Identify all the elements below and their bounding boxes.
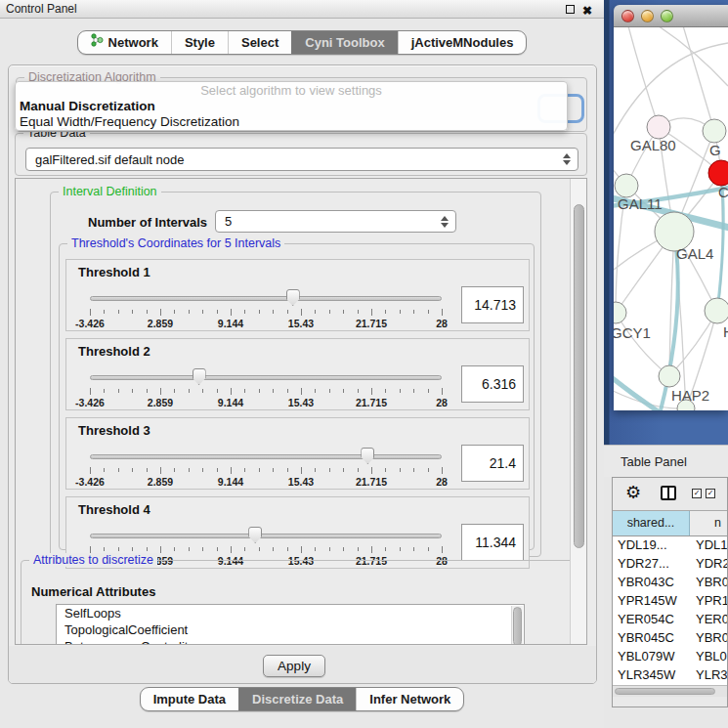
network-node-gal11[interactable] — [615, 174, 638, 197]
panel-scrollbar-track[interactable] — [570, 179, 587, 645]
slider-tick — [413, 310, 414, 314]
columns-icon[interactable] — [661, 486, 676, 500]
table-row[interactable]: YBR045CYBR0 — [613, 629, 728, 648]
table-hscrollbar[interactable] — [613, 685, 728, 697]
slider-thumb[interactable] — [248, 527, 262, 543]
slider-tick — [287, 468, 288, 472]
cell-shared-name[interactable]: YER054C — [613, 611, 690, 629]
table-data-combobox[interactable]: galFiltered.sif default node — [25, 148, 578, 171]
cell-shared-name[interactable]: YBR045C — [613, 629, 690, 648]
threshold-value-field[interactable]: 21.4 — [461, 445, 524, 482]
cell-name[interactable]: YDL1 — [690, 536, 728, 555]
network-edge[interactable] — [627, 27, 659, 127]
attribute-list-item[interactable]: BetweennessCentrality — [57, 638, 524, 645]
cell-name[interactable]: YDR2 — [690, 555, 728, 574]
table-row[interactable]: YLR345WYLR3 — [613, 666, 728, 685]
cell-name[interactable]: YPR1 — [690, 592, 728, 611]
dropdown-option-manual-discretization[interactable]: Manual Discretization — [20, 99, 563, 114]
tab-jactivemnodules[interactable]: jActiveMNodules — [398, 31, 527, 54]
network-canvas[interactable]: GAL80GCGAL11GAL4HGCY1HAP2 — [614, 27, 728, 410]
tab-group: Network Style Select Cyni Toolbox jActiv… — [77, 30, 528, 55]
cell-name[interactable]: YER0 — [690, 611, 728, 629]
threshold-value-field[interactable]: 11.344 — [461, 524, 524, 561]
slider-tick — [147, 389, 148, 393]
table-row[interactable]: YBL079WYBL0 — [613, 648, 728, 666]
slider-scale-label: 15.43 — [272, 476, 330, 488]
cell-name[interactable]: YBR0 — [690, 574, 728, 592]
close-icon[interactable]: ✖ — [582, 2, 592, 20]
column-header-name[interactable]: n — [690, 511, 728, 535]
cell-shared-name[interactable]: YBL079W — [613, 648, 690, 666]
table-row[interactable]: YPR145WYPR1 — [613, 592, 728, 611]
slider-tick — [301, 388, 302, 395]
cell-shared-name[interactable]: YDR27... — [613, 555, 690, 574]
network-node-h[interactable] — [705, 298, 728, 323]
tab-impute-data[interactable]: Impute Data — [141, 688, 238, 710]
minimize-traffic-light-icon[interactable] — [641, 10, 654, 22]
network-node-c[interactable] — [708, 160, 728, 186]
checkbox-icon[interactable]: ✓ — [706, 489, 715, 498]
network-edge-highlighted[interactable] — [614, 375, 657, 410]
cell-name[interactable]: YLR3 — [690, 666, 728, 685]
table-row[interactable]: YER054CYER0 — [613, 611, 728, 629]
numerical-attributes-list[interactable]: SelfLoopsTopologicalCoefficientBetweenne… — [56, 604, 525, 645]
zoom-traffic-light-icon[interactable] — [661, 10, 673, 22]
network-edge[interactable] — [682, 27, 714, 131]
table-panel-header: Table Panel — [604, 445, 728, 477]
network-node-gal80[interactable] — [647, 115, 670, 139]
apply-button[interactable]: Apply — [263, 655, 325, 677]
slider-tick — [259, 389, 260, 393]
threshold-panel: Threshold 1-3.4262.8599.14415.4321.71528… — [65, 259, 530, 331]
slider-tick — [442, 467, 443, 474]
threshold-value-field[interactable]: 14.713 — [461, 286, 524, 323]
slider-track[interactable] — [90, 375, 442, 380]
cell-shared-name[interactable]: YLR345W — [613, 666, 690, 685]
slider-track[interactable] — [90, 454, 442, 459]
attribute-list-item[interactable]: SelfLoops — [57, 605, 524, 621]
table-row[interactable]: YDR27...YDR2 — [613, 555, 728, 574]
float-window-icon[interactable] — [566, 5, 575, 14]
cell-shared-name[interactable]: YDL19... — [613, 536, 690, 555]
tab-style[interactable]: Style — [171, 31, 228, 54]
table-row[interactable]: YDL19...YDL1 — [613, 536, 728, 555]
network-graph: GAL80GCGAL11GAL4HGCY1HAP2 — [614, 27, 728, 410]
tab-select[interactable]: Select — [228, 31, 291, 54]
slider-track[interactable] — [90, 296, 442, 301]
slider-scale-label: 2.859 — [131, 397, 190, 408]
cell-shared-name[interactable]: YBR043C — [613, 574, 690, 592]
list-scrollbar[interactable] — [511, 606, 523, 645]
gear-icon[interactable]: ⚙ — [625, 482, 641, 503]
control-panel-titlebar: Control Panel ✖ — [0, 0, 604, 19]
column-header-shared-name[interactable]: shared... — [613, 511, 690, 535]
threshold-value-field[interactable]: 6.316 — [461, 365, 524, 403]
slider-tick — [104, 389, 105, 393]
network-edge[interactable] — [616, 313, 669, 376]
close-traffic-light-icon[interactable] — [621, 10, 634, 22]
network-edge[interactable] — [653, 27, 728, 86]
attribute-list-item[interactable]: TopologicalCoefficient — [57, 621, 524, 638]
network-window-titlebar[interactable] — [614, 5, 728, 27]
dropdown-option-equal-width-frequency[interactable]: Equal Width/Frequency Discretization — [20, 114, 563, 130]
tab-infer-network[interactable]: Infer Network — [356, 688, 463, 710]
network-node-label: H — [723, 323, 728, 340]
checkbox-icon[interactable]: ✓ — [692, 489, 702, 498]
network-node-gcy1[interactable] — [614, 302, 626, 323]
cell-shared-name[interactable]: YPR145W — [613, 592, 690, 611]
cell-name[interactable]: YBL0 — [690, 648, 728, 666]
network-node-label: GAL11 — [618, 195, 663, 212]
number-of-intervals-combobox[interactable]: 5 — [215, 210, 456, 233]
slider-thumb[interactable] — [193, 368, 206, 385]
slider-tick — [301, 546, 302, 553]
cell-name[interactable]: YBR0 — [690, 629, 728, 648]
slider-thumb[interactable] — [286, 289, 300, 306]
table-row[interactable]: YBR043CYBR0 — [613, 574, 728, 592]
slider-track[interactable] — [90, 534, 442, 538]
slider-thumb[interactable] — [361, 448, 374, 464]
network-node-g[interactable] — [703, 119, 726, 143]
slider-tick — [343, 547, 344, 551]
network-node-hap2[interactable] — [659, 365, 680, 387]
tab-network[interactable]: Network — [78, 31, 171, 54]
tab-cyni-toolbox[interactable]: Cyni Toolbox — [291, 31, 397, 54]
tab-discretize-data[interactable]: Discretize Data — [238, 688, 356, 710]
panel-scrollbar-thumb[interactable] — [574, 204, 584, 548]
